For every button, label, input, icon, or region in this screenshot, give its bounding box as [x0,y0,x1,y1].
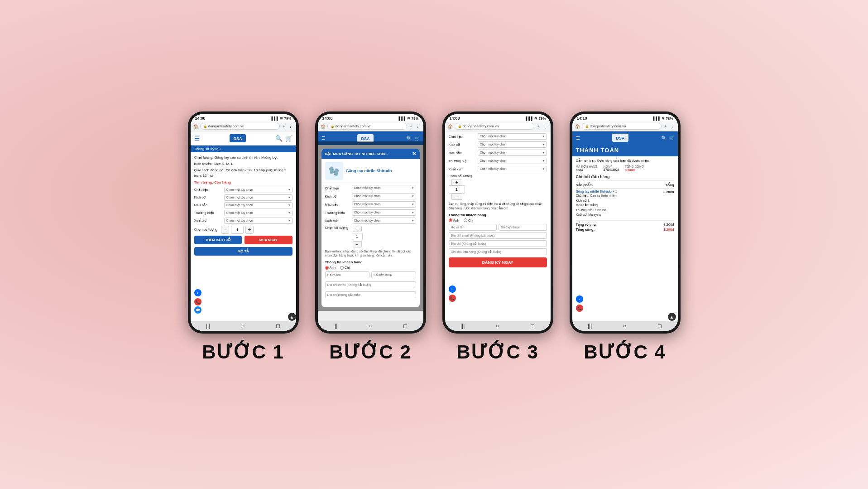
select-chat-lieu[interactable]: Chọn một tùy chọn [352,185,416,191]
back-btn[interactable]: ||| [460,323,465,329]
phone-2-time: 14:08 [322,116,333,121]
select-kich-co[interactable]: Chọn một tùy chọn [224,194,293,201]
select-xuat-xu[interactable]: Chọn một tùy chọn [352,218,416,224]
back-btn[interactable]: ||| [333,323,337,329]
zalo-icon[interactable]: z [576,295,583,303]
step-3-label: BƯỚC 3 [456,341,539,363]
zalo-icon[interactable]: z [449,286,456,293]
battery-icon: 79% [284,116,291,121]
phone-input[interactable] [371,271,416,278]
p3-gender-female[interactable]: Chị [464,218,474,223]
select-kich-co[interactable]: Chọn một tùy chọn [352,193,416,199]
qty-plus-btn[interactable]: + [353,226,362,232]
p3-qty-minus-btn[interactable]: − [451,194,462,200]
add-to-cart-button[interactable]: THÊM VÀO GIỎ [194,236,242,244]
p3-select-thuong-hieu[interactable]: Chọn một tùy chọn [478,158,547,164]
cart-icon[interactable]: 🛒 [669,136,674,140]
back-btn[interactable]: ||| [588,323,592,329]
back-btn[interactable]: ||| [206,323,210,329]
recents-btn[interactable]: ◻ [657,323,662,329]
scroll-up-button[interactable]: ▲ [668,313,676,321]
field-thuong-hieu: Thương hiệu Chọn một tùy chọn [194,210,293,216]
modal-close-btn[interactable]: ✕ [412,151,416,157]
home-btn[interactable]: ○ [369,323,372,329]
phone-3-url-box[interactable]: 🔒 donganhsafety.com.vn [455,123,535,130]
gender-male-radio[interactable] [325,266,329,270]
zalo-icon[interactable]: z [194,289,201,296]
call-icon[interactable]: 📞 [194,298,201,305]
p3-register-btn[interactable]: ĐĂNG KÝ NGAY [449,257,547,267]
recents-btn[interactable]: ◻ [276,323,280,329]
p3-select-mau-sac[interactable]: Chọn một tùy chọn [478,150,547,156]
name-input[interactable] [325,271,370,278]
messenger-icon[interactable]: 💬 [194,306,201,314]
p3-phone-input[interactable] [499,224,547,231]
p3-chat-lieu: Chất liệu Chọn một tùy chọn [449,133,547,140]
p3-customer-title: Thông tin khách hàng [449,213,547,217]
select-mau-sac[interactable]: Chọn một tùy chọn [224,202,293,208]
p3-gender-female-radio[interactable] [464,218,467,222]
phone-1-url-box[interactable]: 🔒 donganhsafety.com.vn [200,123,280,130]
description-button[interactable]: MÔ TẢ [194,247,293,256]
qty-input[interactable] [352,233,363,240]
phone-2-url-box[interactable]: 🔒 donganhsafety.com.vn [327,123,408,130]
p3-qty-plus-btn[interactable]: + [451,179,462,185]
p3-note-input[interactable] [449,248,547,255]
gender-male-option[interactable]: Anh [325,266,336,270]
menu-btn[interactable]: ⋮ [288,124,293,129]
new-tab-btn[interactable]: + [282,124,286,129]
call-icon[interactable]: 📞 [576,305,583,312]
subtotal-label: Tổng số phụ: [576,223,597,227]
phone-3-tab-actions: + ⋮ [536,124,547,129]
qty-input[interactable] [231,226,244,234]
select-thuong-hieu[interactable]: Chọn một tùy chọn [352,209,416,216]
home-btn[interactable]: ○ [623,323,626,329]
email-input[interactable] [325,281,416,288]
new-tab-btn[interactable]: + [663,124,667,129]
menu-btn[interactable]: ⋮ [669,124,675,129]
home-btn[interactable]: ○ [496,323,499,329]
p3-email-input[interactable] [449,232,547,239]
grand-total-value: 3.200đ [663,228,674,232]
p3-name-input[interactable] [449,224,497,231]
new-tab-btn[interactable]: + [409,124,413,129]
select-mau-sac[interactable]: Chọn một tùy chọn [352,201,416,208]
qty-plus-btn[interactable]: + [245,226,254,234]
p3-address-input[interactable] [449,240,547,247]
p3-select-kich-co[interactable]: Chọn một tùy chọn [478,141,547,148]
qty-minus-btn[interactable]: − [221,226,229,234]
new-tab-btn[interactable]: + [536,124,540,129]
phone-4-url-box[interactable]: 🔒 donganhsafety.com.vn [582,123,662,130]
p3-gender-male[interactable]: Anh [449,218,459,223]
menu-btn[interactable]: ⋮ [415,124,421,129]
select-xuat-xu[interactable]: Chọn một tùy chọn [224,218,293,224]
recents-btn[interactable]: ◻ [403,323,408,329]
buy-now-button[interactable]: MUA NGAY [245,236,293,244]
p3-qty-input[interactable] [449,185,465,194]
lock-icon: 🔒 [458,125,462,128]
menu-icon[interactable]: ☰ [576,136,580,140]
search-icon[interactable]: 🔍 [661,136,667,140]
home-icon: 🏠 [575,124,580,129]
signal-icon: ▌▌▌ [398,116,406,121]
select-thuong-hieu[interactable]: Chọn một tùy chọn [224,210,293,216]
p3-gender-male-radio[interactable] [449,218,452,222]
gender-female-option[interactable]: Chị [340,266,350,270]
call-icon[interactable]: 📞 [449,295,456,302]
qty-minus-btn[interactable]: − [353,241,362,247]
p3-select-chat-lieu[interactable]: Chọn một tùy chọn [478,133,547,140]
p3-kich-co: Kích cỡ Chọn một tùy chọn [449,141,547,148]
home-btn[interactable]: ○ [241,323,245,329]
search-icon[interactable]: 🔍 [275,135,283,142]
menu-btn[interactable]: ⋮ [542,124,548,129]
address-input[interactable] [325,291,416,298]
phone-2-container: 14:08 ▌▌▌ ≋ 79% 🏠 🔒 donganhsafety.com.vn… [315,111,426,363]
hamburger-icon[interactable]: ☰ [194,135,200,142]
p3-select-xuat-xu[interactable]: Chọn một tùy chọn [478,166,547,172]
field-label-xuat-xu: Xuất xứ [194,218,221,223]
gender-female-radio[interactable] [340,266,344,270]
recents-btn[interactable]: ◻ [530,323,535,329]
select-chat-lieu[interactable]: Chọn một tùy chọn [224,187,293,193]
cart-icon[interactable]: 🛒 [285,135,293,142]
scroll-up-button[interactable]: ▲ [288,313,296,321]
